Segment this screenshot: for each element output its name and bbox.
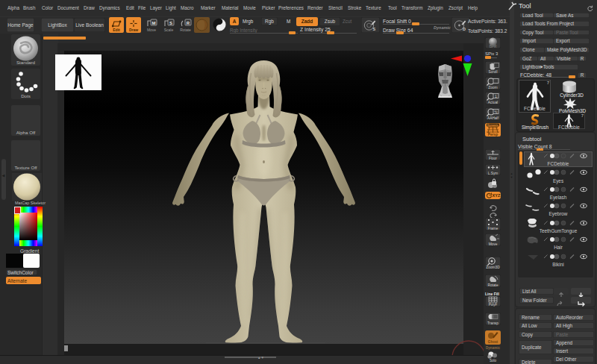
- svg-text:Move: Move: [489, 242, 498, 246]
- svg-text:Edit: Edit: [113, 28, 120, 32]
- svg-text:S: S: [169, 21, 172, 25]
- svg-text:Frame: Frame: [488, 227, 498, 230]
- svg-text:R: R: [187, 21, 190, 25]
- svg-text:Actual: Actual: [488, 101, 498, 104]
- svg-text:L.Sym: L.Sym: [488, 172, 498, 175]
- svg-text:Rotate: Rotate: [180, 28, 191, 32]
- svg-text:Dynamic: Dynamic: [487, 124, 498, 127]
- svg-text:Draw: Draw: [129, 28, 138, 32]
- svg-text:Scale: Scale: [164, 28, 174, 32]
- svg-text:Move: Move: [147, 28, 156, 32]
- svg-text:AAHalf: AAHalf: [487, 116, 499, 120]
- svg-text:Floor: Floor: [489, 157, 497, 160]
- svg-text:M: M: [152, 21, 156, 25]
- svg-text:D: D: [463, 27, 466, 31]
- svg-text:Solo: Solo: [490, 359, 497, 363]
- svg-text:S: S: [373, 27, 376, 31]
- svg-text:Zoom: Zoom: [488, 85, 497, 89]
- svg-text:PolyF: PolyF: [489, 303, 498, 307]
- svg-text:Transp: Transp: [487, 321, 498, 325]
- svg-text:½: ½: [495, 110, 498, 114]
- svg-text:BPR: BPR: [490, 45, 497, 48]
- svg-text:Scroll: Scroll: [489, 70, 498, 74]
- svg-text:Rotate: Rotate: [487, 283, 498, 287]
- svg-text:Zoom3D: Zoom3D: [486, 266, 500, 269]
- svg-text:Persp: Persp: [488, 133, 498, 136]
- svg-text:Ghost: Ghost: [488, 340, 498, 344]
